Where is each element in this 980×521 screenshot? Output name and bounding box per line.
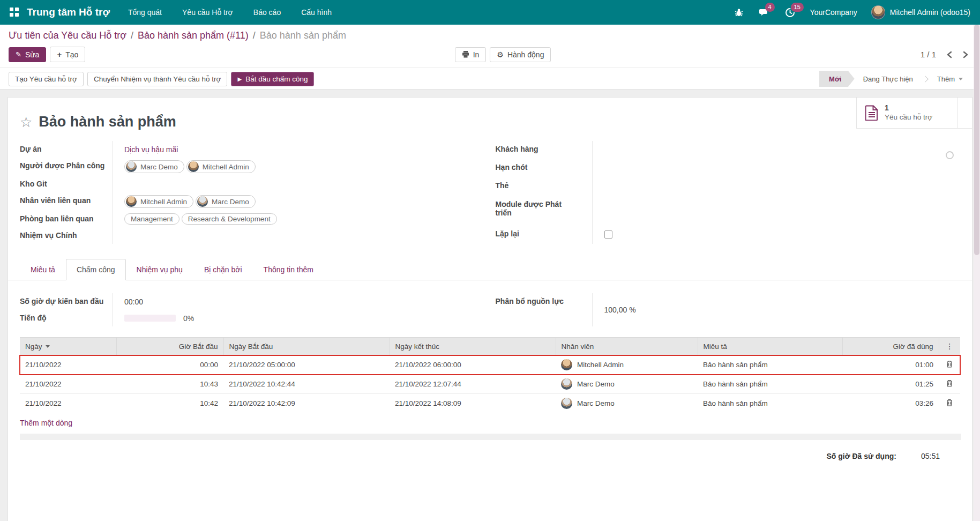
odoo-window: Trung tâm Hỗ trợ Tổng quát Yêu cầu Hỗ tr… xyxy=(0,0,980,521)
scrollbar-thumb[interactable] xyxy=(974,25,979,255)
control-panel: Ưu tiên của Yêu cầu Hỗ trợ / Bảo hành sả… xyxy=(0,25,980,68)
total-value: 05:51 xyxy=(921,452,940,460)
customer-value[interactable] xyxy=(592,141,959,159)
breadcrumb-parent[interactable]: Bảo hành sản phẩm (#11) xyxy=(138,30,249,41)
start-timer-button[interactable]: ▶ Bắt đầu chấm công xyxy=(231,72,314,86)
create-button[interactable]: + Tạo xyxy=(50,47,85,62)
chevron-down-icon xyxy=(959,78,963,80)
stat-count: 1 xyxy=(885,103,932,113)
field-label-git-repo: Kho Git xyxy=(20,176,112,192)
git-repo-value[interactable] xyxy=(112,176,489,192)
avatar xyxy=(126,161,137,172)
form-view: 1 Yêu cầu hỗ trợ ☆ Bảo hành sản phẩm Dự … xyxy=(0,90,980,521)
vertical-scrollbar[interactable] xyxy=(974,25,980,521)
field-label-related-employees: Nhân viên liên quan xyxy=(20,192,112,211)
stage-widget: Mới Đang Thực hiện Thêm xyxy=(819,71,971,87)
gear-icon: ⚙ xyxy=(497,50,504,59)
debug-bug-icon[interactable] xyxy=(733,6,745,18)
progress-bar xyxy=(124,315,176,322)
pager-value: 1 / 1 xyxy=(921,50,936,59)
breadcrumb-separator: / xyxy=(131,30,133,41)
column-end-date[interactable]: Ngày kết thúc xyxy=(390,338,556,355)
allocation-value: 100,00 % xyxy=(592,293,959,326)
convert-task-button[interactable]: Chuyển Nhiệm vụ thành Yêu cầu hỗ trợ xyxy=(87,72,228,86)
stage-in-progress[interactable]: Đang Thực hiện xyxy=(855,71,922,87)
parent-task-value[interactable] xyxy=(112,227,489,244)
employee-avatar xyxy=(561,359,572,370)
stage-separator-icon xyxy=(922,76,929,83)
kanban-state-icon[interactable] xyxy=(946,151,954,159)
tab-timesheets[interactable]: Chấm công xyxy=(66,259,126,280)
timesheet-row[interactable]: 21/10/2022 00:00 21/10/2022 05:00:00 21/… xyxy=(20,355,960,375)
pager: 1 / 1 xyxy=(921,50,968,59)
company-switcher[interactable]: YourCompany xyxy=(810,8,857,17)
tab-subtasks[interactable]: Nhiệm vụ phụ xyxy=(126,259,193,280)
column-duration[interactable]: Giờ đã dùng xyxy=(842,338,939,355)
edit-button[interactable]: ✎ Sửa xyxy=(9,47,46,62)
menu-reporting[interactable]: Báo cáo xyxy=(253,8,281,17)
tab-blocked-by[interactable]: Bị chặn bởi xyxy=(193,259,253,280)
field-groups: Dự án Dịch vụ hậu mãi Người được Phân cô… xyxy=(8,133,972,244)
action-button[interactable]: ⚙ Hành động xyxy=(490,47,551,62)
project-link[interactable]: Dịch vụ hậu mãi xyxy=(124,145,178,154)
menu-overview[interactable]: Tổng quát xyxy=(128,8,162,17)
tab-description[interactable]: Miêu tả xyxy=(20,259,66,280)
pencil-icon: ✎ xyxy=(16,50,21,58)
print-button[interactable]: In xyxy=(455,47,487,62)
planned-hours-value: 00:00 xyxy=(112,293,489,310)
menu-tickets[interactable]: Yêu cầu Hỗ trợ xyxy=(182,8,233,17)
messages-icon[interactable]: 4 xyxy=(759,6,770,18)
app-brand[interactable]: Trung tâm Hỗ trợ xyxy=(27,6,110,18)
column-description[interactable]: Miêu tả xyxy=(698,338,842,355)
avatar xyxy=(188,161,199,172)
stage-more-dropdown[interactable]: Thêm xyxy=(929,71,971,87)
assignee-tag[interactable]: Marc Demo xyxy=(124,160,184,173)
delete-row-icon[interactable] xyxy=(946,379,953,387)
optional-columns-icon[interactable]: ⋮ xyxy=(946,342,953,351)
user-menu[interactable]: Mitchell Admin (odoo15) xyxy=(871,5,970,19)
table-header-row: Ngày Giờ Bắt đầu Ngày Bắt đầu Ngày kết t… xyxy=(20,338,960,355)
messages-badge: 4 xyxy=(765,3,775,12)
pager-previous-icon[interactable] xyxy=(947,51,952,58)
apps-menu-icon[interactable] xyxy=(10,8,19,17)
task-title: Bảo hành sản phẩm xyxy=(39,114,176,130)
add-line-link[interactable]: Thêm một dòng xyxy=(8,413,72,433)
favorite-star-icon[interactable]: ☆ xyxy=(20,115,32,129)
delete-row-icon[interactable] xyxy=(946,360,953,368)
department-tag[interactable]: Research & Development xyxy=(182,213,277,225)
deadline-value[interactable] xyxy=(592,159,959,177)
column-date[interactable]: Ngày xyxy=(20,338,116,355)
menu-configuration[interactable]: Cấu hình xyxy=(301,8,332,17)
tags-value[interactable] xyxy=(592,177,959,196)
field-label-assignees: Người được Phân công xyxy=(20,158,112,176)
button-box: 1 Yêu cầu hỗ trợ xyxy=(856,98,972,129)
breadcrumb-root[interactable]: Ưu tiên của Yêu cầu Hỗ trợ xyxy=(9,30,126,41)
department-tag[interactable]: Management xyxy=(124,213,179,225)
sort-desc-icon xyxy=(46,345,50,348)
delete-row-icon[interactable] xyxy=(946,399,953,406)
tickets-stat-button[interactable]: 1 Yêu cầu hỗ trợ xyxy=(856,98,958,128)
column-start-date[interactable]: Ngày Bắt đầu xyxy=(223,338,390,355)
field-label-allocation: Phân bổ nguồn lực xyxy=(496,293,592,326)
user-avatar xyxy=(871,5,885,19)
pager-next-icon[interactable] xyxy=(963,51,968,58)
notebook-tabs: Miêu tả Chấm công Nhiệm vụ phụ Bị chặn b… xyxy=(8,259,972,280)
stage-new[interactable]: Mới xyxy=(819,71,855,87)
module-value[interactable] xyxy=(592,196,959,226)
column-employee[interactable]: Nhân viên xyxy=(556,338,698,355)
employee-tag[interactable]: Mitchell Admin xyxy=(124,195,193,208)
assignee-tag[interactable]: Mitchell Admin xyxy=(186,160,256,173)
activities-clock-icon[interactable]: 15 xyxy=(784,6,796,18)
hours-group: Số giờ dự kiến ban đầu 00:00 Tiến độ 0% xyxy=(20,293,489,326)
tab-extra-info[interactable]: Thông tin thêm xyxy=(253,259,324,280)
create-ticket-button[interactable]: Tạo Yêu cầu hỗ trợ xyxy=(9,72,84,86)
field-label-customer: Khách hàng xyxy=(496,141,592,159)
play-icon: ▶ xyxy=(237,76,242,82)
recurrent-checkbox[interactable] xyxy=(604,230,612,239)
timesheet-row[interactable]: 21/10/2022 10:43 21/10/2022 10:42:44 21/… xyxy=(20,375,960,394)
column-start-time[interactable]: Giờ Bắt đầu xyxy=(116,338,223,355)
field-label-parent-task: Nhiệm vụ Chính xyxy=(20,227,112,244)
employee-avatar xyxy=(561,378,572,390)
employee-tag[interactable]: Marc Demo xyxy=(196,195,256,208)
timesheet-row[interactable]: 21/10/2022 10:42 21/10/2022 10:42:09 21/… xyxy=(20,394,960,413)
